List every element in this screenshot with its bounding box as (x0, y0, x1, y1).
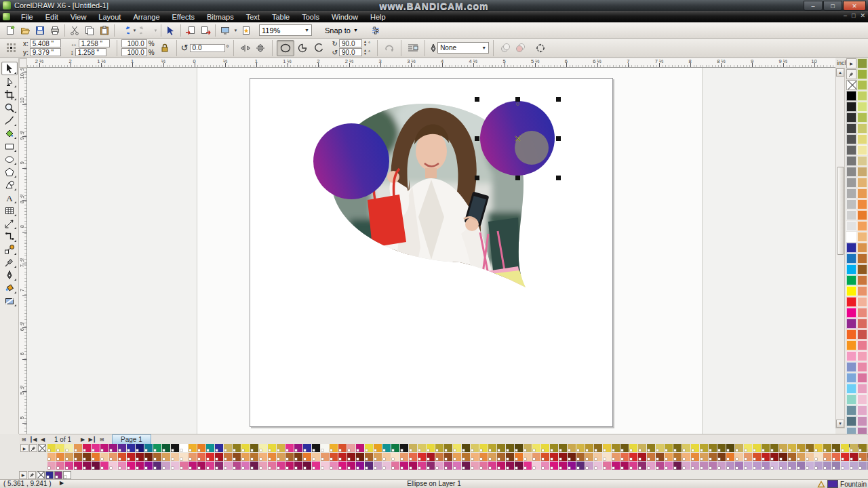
color-swatch[interactable] (356, 444, 364, 452)
scroll-down-icon[interactable]: ▼ (836, 420, 844, 428)
color-swatch[interactable] (479, 462, 488, 470)
color-swatch[interactable] (857, 416, 867, 426)
color-swatch[interactable] (726, 462, 734, 470)
color-swatch[interactable] (277, 453, 285, 461)
color-swatch[interactable] (857, 156, 867, 166)
color-swatch[interactable] (100, 444, 108, 452)
no-color-swatch[interactable] (38, 444, 46, 452)
doc-restore-icon[interactable]: □ (852, 12, 855, 19)
color-swatch[interactable] (241, 453, 250, 461)
color-swatch[interactable] (356, 462, 364, 470)
search-content-icon[interactable] (163, 24, 178, 37)
color-swatch[interactable] (585, 462, 593, 470)
color-swatch[interactable] (294, 462, 302, 470)
export-icon[interactable] (198, 24, 213, 37)
ellipse-mode-button[interactable] (277, 40, 294, 56)
menu-table[interactable]: Table (266, 12, 296, 22)
paste-icon[interactable] (97, 24, 112, 37)
color-swatch[interactable] (435, 453, 443, 461)
color-swatch[interactable] (846, 297, 856, 307)
color-swatch[interactable] (857, 167, 867, 177)
maximize-button[interactable]: □ (823, 1, 842, 11)
color-swatch[interactable] (779, 462, 787, 470)
color-swatch[interactable] (788, 462, 796, 470)
color-swatch[interactable] (857, 253, 867, 264)
color-swatch[interactable] (620, 462, 629, 470)
color-swatch[interactable] (857, 58, 867, 68)
color-swatch[interactable] (797, 453, 805, 461)
color-swatch[interactable] (338, 462, 347, 470)
color-swatch[interactable] (47, 453, 56, 461)
color-swatch[interactable] (65, 453, 73, 461)
color-swatch[interactable] (233, 453, 241, 461)
color-swatch[interactable] (374, 444, 382, 452)
color-swatch[interactable] (857, 264, 867, 274)
mirror-vertical-icon[interactable] (253, 41, 268, 55)
color-swatch[interactable] (506, 444, 514, 452)
color-swatch[interactable] (846, 253, 856, 264)
color-swatch[interactable] (233, 462, 241, 470)
color-swatch[interactable] (709, 453, 717, 461)
color-swatch[interactable] (347, 453, 355, 461)
color-swatch[interactable] (312, 444, 320, 452)
color-swatch[interactable] (92, 462, 100, 470)
color-swatch[interactable] (312, 462, 320, 470)
color-swatch[interactable] (532, 462, 540, 470)
color-swatch[interactable] (629, 444, 637, 452)
color-swatch[interactable] (409, 453, 417, 461)
color-swatch[interactable] (841, 462, 849, 470)
document-color-swatch[interactable] (63, 471, 71, 479)
palette-flyout-icon[interactable]: ▶ (846, 58, 856, 68)
color-swatch[interactable] (488, 453, 496, 461)
color-swatch[interactable] (171, 462, 179, 470)
color-swatch[interactable] (241, 444, 250, 452)
color-swatch[interactable] (857, 188, 867, 199)
color-swatch[interactable] (846, 286, 856, 296)
color-swatch[interactable] (365, 444, 373, 452)
color-swatch[interactable] (857, 329, 867, 340)
color-swatch[interactable] (515, 453, 523, 461)
zoom-tool[interactable] (2, 102, 17, 114)
redo-dropdown-icon[interactable]: ▼ (153, 24, 159, 37)
color-swatch[interactable] (312, 453, 320, 461)
color-swatch[interactable] (374, 462, 382, 470)
color-swatch[interactable] (427, 444, 435, 452)
color-swatch[interactable] (250, 453, 258, 461)
color-swatch[interactable] (153, 444, 161, 452)
color-swatch[interactable] (144, 444, 153, 452)
color-swatch[interactable] (259, 462, 267, 470)
color-swatch[interactable] (56, 444, 64, 452)
color-swatch[interactable] (197, 444, 205, 452)
color-swatch[interactable] (846, 362, 856, 372)
application-launcher-icon[interactable] (218, 24, 233, 37)
color-swatch[interactable] (846, 178, 856, 188)
rotation-angle-field[interactable]: 0.0 (190, 44, 225, 52)
color-swatch[interactable] (857, 102, 867, 112)
add-page-icon[interactable]: ⊞ (19, 436, 28, 443)
connector-tool[interactable] (2, 230, 17, 243)
color-swatch[interactable] (846, 275, 856, 285)
menu-arrange[interactable]: Arrange (127, 12, 165, 22)
color-swatch[interactable] (224, 444, 232, 452)
page-tab[interactable]: Page 1 (112, 434, 151, 445)
color-swatch[interactable] (118, 444, 126, 452)
crop-tool[interactable] (2, 89, 17, 101)
color-swatch[interactable] (603, 462, 611, 470)
redo-icon[interactable] (138, 24, 153, 37)
menu-view[interactable]: View (64, 12, 93, 22)
color-swatch[interactable] (127, 444, 135, 452)
color-swatch[interactable] (338, 444, 347, 452)
object-height-field[interactable]: 1.258 " (75, 48, 106, 56)
color-swatch[interactable] (409, 462, 417, 470)
color-swatch[interactable] (857, 221, 867, 231)
color-swatch[interactable] (797, 462, 805, 470)
color-swatch[interactable] (136, 444, 144, 452)
color-swatch[interactable] (109, 453, 117, 461)
color-swatch[interactable] (857, 91, 867, 101)
color-swatch[interactable] (832, 453, 840, 461)
color-swatch[interactable] (488, 444, 496, 452)
color-swatch[interactable] (409, 444, 417, 452)
color-swatch[interactable] (285, 444, 294, 452)
color-swatch[interactable] (356, 453, 364, 461)
color-swatch[interactable] (462, 462, 470, 470)
